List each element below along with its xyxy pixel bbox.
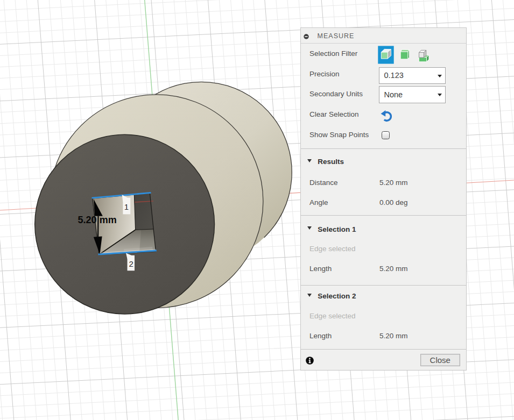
svg-text:2: 2	[129, 259, 133, 268]
svg-text:1: 1	[124, 202, 129, 211]
svg-text:5.20 mm: 5.20 mm	[78, 215, 117, 225]
